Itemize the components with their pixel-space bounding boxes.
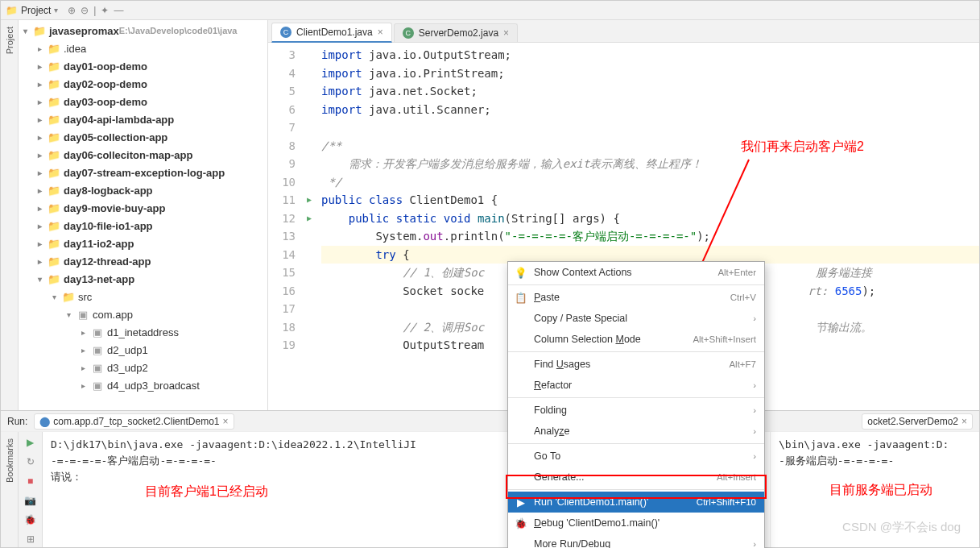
context-menu-item[interactable]: Go To› [508, 446, 764, 467]
tree-item[interactable]: ▸📁day01-oop-demo [19, 57, 267, 75]
close-icon[interactable]: × [961, 416, 967, 427]
run-tab-client[interactable]: ⬤ com.app.d7_tcp_socket2.ClientDemo1 × [34, 413, 234, 430]
run-tab-server[interactable]: ocket2.ServerDemo2 × [862, 413, 973, 430]
console-server[interactable]: \bin\java.exe -javaagent:D: -服务端启动-=-=-=… [770, 432, 979, 547]
collapse-icon[interactable]: ⊖ [81, 5, 89, 16]
context-menu-item[interactable]: Analyze› [508, 421, 764, 442]
run-label: Run: [7, 416, 27, 427]
context-menu-item[interactable]: 💡Show Context ActionsAlt+Enter [508, 262, 764, 283]
tree-item[interactable]: ▸▣d3_udp2 [19, 359, 267, 376]
context-menu-item[interactable]: Copy / Paste Special› [508, 308, 764, 329]
project-tool-label[interactable]: Project [5, 27, 14, 54]
divider-icon: | [93, 5, 96, 16]
tree-item[interactable]: ▸📁day07-stream-exception-log-app [19, 164, 267, 181]
tree-item[interactable]: ▸📁day03-oop-demo [19, 93, 267, 110]
bookmarks-strip: Bookmarks [1, 432, 19, 547]
close-icon[interactable]: × [378, 27, 383, 38]
run-tab-icon: ⬤ [39, 416, 50, 427]
editor-tabs: CClientDemo1.java×CServerDemo2.java× [268, 20, 979, 43]
tree-root[interactable]: ▾📁javasepromax E:\JavaDevelop\code01\jav… [19, 22, 267, 39]
gear-icon[interactable]: ✦ [101, 5, 109, 16]
project-icon: 📁 [6, 5, 18, 16]
run-tab-label: ocket2.ServerDemo2 [867, 416, 958, 427]
close-icon[interactable]: × [222, 416, 228, 427]
editor-tab[interactable]: CClientDemo1.java× [271, 23, 392, 43]
context-menu-item[interactable]: ▶Run 'ClientDemo1.main()'Ctrl+Shift+F10 [508, 492, 764, 513]
camera-button[interactable]: 📷 [23, 493, 38, 508]
layout-button[interactable]: ⊞ [23, 532, 38, 546]
tree-item[interactable]: ▸📁day06-colleciton-map-app [19, 146, 267, 164]
tree-item[interactable]: ▸▣d4_udp3_broadcast [19, 376, 267, 394]
tree-item[interactable]: ▸📁day8-logback-app [19, 181, 267, 199]
tree-item[interactable]: ▾📁day13-net-app [19, 270, 267, 288]
tree-item[interactable]: ▸📁day11-io2-app [19, 235, 267, 252]
run-gutter[interactable]: ▶▶ [302, 43, 316, 410]
tree-item[interactable]: ▸📁day05-collection-app [19, 128, 267, 146]
tree-item[interactable]: ▾▣com.app [19, 305, 267, 323]
toolbar: 📁 Project ▾ ⊕ ⊖ | ✦ — [1, 1, 979, 20]
run-toolbar: ▶ ↻ ■ 📷 🐞 ⊞ [19, 432, 43, 547]
tree-item[interactable]: ▾📁src [19, 288, 267, 305]
context-menu-item[interactable]: Generate...Alt+Insert [508, 467, 764, 488]
stop-button[interactable]: ■ [23, 474, 38, 488]
tree-item[interactable]: ▸📁.idea [19, 39, 267, 57]
tree-item[interactable]: ▸📁day04-api-lambda-app [19, 110, 267, 128]
bookmarks-label[interactable]: Bookmarks [5, 438, 14, 483]
left-tool-strip: Project [1, 20, 19, 410]
tree-item[interactable]: ▸▣d2_udp1 [19, 341, 267, 359]
context-menu-item[interactable]: 🐞Debug 'ClientDemo1.main()' [508, 513, 764, 533]
run-tab-label: com.app.d7_tcp_socket2.ClientDemo1 [53, 416, 219, 427]
context-menu-item[interactable]: Folding› [508, 400, 764, 421]
debug-button[interactable]: 🐞 [23, 513, 38, 527]
run-config-button[interactable]: ↻ [23, 455, 38, 469]
tree-item[interactable]: ▸📁day12-thread-app [19, 252, 267, 270]
context-menu-item[interactable]: Column Selection ModeAlt+Shift+Insert [508, 329, 764, 350]
context-menu-item[interactable]: Refactor› [508, 375, 764, 396]
project-label: Project [21, 5, 51, 16]
editor-tab[interactable]: CServerDemo2.java× [394, 23, 518, 42]
tree-item[interactable]: ▸📁day9-movie-buy-app [19, 199, 267, 217]
rerun-button[interactable]: ▶ [23, 435, 38, 450]
hide-icon[interactable]: — [114, 5, 123, 16]
context-menu-item[interactable]: Find UsagesAlt+F7 [508, 354, 764, 375]
console-line: \bin\java.exe -javaagent:D: [779, 437, 971, 453]
chevron-down-icon: ▾ [54, 6, 58, 15]
tree-item[interactable]: ▸▣d1_inetaddress [19, 323, 267, 341]
tree-item[interactable]: ▸📁day02-oop-demo [19, 75, 267, 93]
tree-item[interactable]: ▸📁day10-file-io1-app [19, 217, 267, 235]
project-dropdown[interactable]: 📁 Project ▾ [6, 5, 58, 16]
context-menu[interactable]: 💡Show Context ActionsAlt+Enter📋PasteCtrl… [507, 261, 765, 548]
project-sidebar: ▾📁javasepromax E:\JavaDevelop\code01\jav… [19, 20, 268, 410]
line-gutter: 345678910111213141516171819 [268, 43, 302, 410]
context-menu-item[interactable]: More Run/Debug› [508, 533, 764, 548]
run-panel: Run: ⬤ com.app.d7_tcp_socket2.ClientDemo… [1, 410, 979, 547]
expand-icon[interactable]: ⊕ [68, 5, 76, 16]
console-line: -服务端启动-=-=-=-=- [779, 453, 971, 469]
context-menu-item[interactable]: 📋PasteCtrl+V [508, 287, 764, 308]
close-icon[interactable]: × [503, 27, 509, 39]
